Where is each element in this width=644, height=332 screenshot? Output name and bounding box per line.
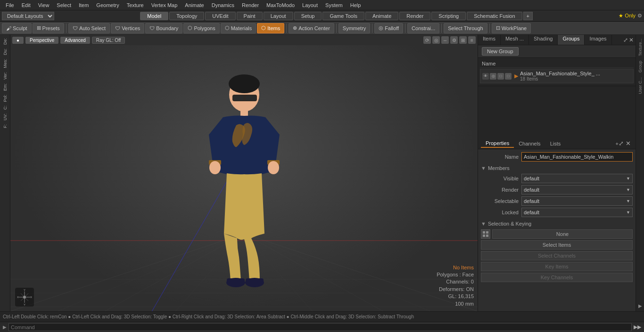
panel-tab-groups[interactable]: Groups (558, 35, 585, 45)
sidebar-item-mes[interactable]: Mes: (2, 57, 8, 70)
strip-item-user-c[interactable]: User C... (637, 75, 644, 96)
layout-tab-game-tools[interactable]: Game Tools (322, 12, 364, 20)
keying-grid-icon[interactable] (481, 229, 490, 239)
layout-tab-add[interactable]: + (523, 12, 533, 20)
viewport-icon-2[interactable]: ◎ (432, 36, 440, 44)
key-channels-button[interactable]: Key Channels (481, 273, 633, 282)
menu-layout[interactable]: Layout (298, 1, 322, 9)
sidebar-item-c[interactable]: C: (2, 104, 8, 111)
select-through-btn[interactable]: Select Through (444, 23, 487, 33)
vertices-btn[interactable]: 🛡 Vertices (111, 23, 144, 33)
layout-tab-animate[interactable]: Animate (365, 12, 398, 20)
layout-dropdown[interactable]: Default Layouts (2, 12, 54, 20)
prop-tab-lists[interactable]: Lists (545, 140, 566, 147)
layout-tab-model[interactable]: Model (140, 12, 168, 20)
symmetry-btn[interactable]: Symmetry (339, 23, 371, 33)
layout-tab-schematic-fusion[interactable]: Schematic Fusion (467, 12, 522, 20)
viewport-icon-3[interactable]: ↔ (441, 36, 449, 44)
panel-expand-icon[interactable]: ⤢ (623, 37, 628, 43)
menu-select[interactable]: Select (53, 1, 75, 9)
settings-icon[interactable]: ⚙ (637, 13, 642, 19)
action-center-label: Action Center (298, 25, 330, 31)
key-items-button[interactable]: Key Items (481, 262, 633, 271)
sidebar-item-uv[interactable]: UV: (2, 112, 8, 122)
viewport[interactable]: ● Perspective Advanced Ray GL: Off ⟳ ◎ ↔… (10, 35, 478, 311)
viewport-icon-5[interactable]: ⊞ (459, 36, 467, 44)
locked-select[interactable]: default ▼ (521, 208, 633, 217)
new-group-button[interactable]: New Group (482, 47, 519, 56)
select-channels-button[interactable]: Select Channels (481, 251, 633, 260)
menu-vertex-map[interactable]: Vertex Map (148, 1, 182, 9)
command-right-arrow[interactable]: ▶▶ (634, 324, 641, 330)
layout-tab-paint[interactable]: Paint (237, 12, 263, 20)
menu-system[interactable]: System (322, 1, 347, 9)
render-icon[interactable]: ◎ (490, 73, 496, 80)
menu-dynamics[interactable]: Dynamics (208, 1, 238, 9)
sculpt-btn[interactable]: 🖌 Sculpt (2, 23, 32, 33)
menu-maxtomodo[interactable]: MaxToModo (263, 1, 298, 9)
render-select[interactable]: default ▼ (521, 185, 633, 194)
presets-btn[interactable]: ⊞ Presets (33, 23, 64, 33)
menu-view[interactable]: View (34, 1, 53, 9)
strip-item-group[interactable]: Group (637, 59, 644, 74)
sidebar-item-de[interactable]: De: (2, 37, 8, 46)
items-btn[interactable]: ⬡ Items (257, 23, 284, 33)
viewport-icon-1[interactable]: ⟳ (423, 36, 431, 44)
strip-bottom-arrow[interactable]: ▶ (638, 303, 642, 311)
visible-select[interactable]: default ▼ (521, 174, 633, 183)
menu-geometry[interactable]: Geometry (92, 1, 123, 9)
deformers-status: Deformers: ON (437, 286, 474, 293)
falloff-btn[interactable]: ◎ Falloff (374, 23, 403, 33)
constraints-btn[interactable]: Constrai... (407, 23, 439, 33)
layout-tab-topology[interactable]: Topology (169, 12, 204, 20)
viewport-advanced-btn[interactable]: Advanced (60, 37, 90, 44)
menu-item[interactable]: Item (75, 1, 92, 9)
select-icon[interactable]: □ (505, 73, 512, 80)
strip-item-texture[interactable]: Texture... (637, 37, 644, 58)
sidebar-item-f[interactable]: F: (2, 123, 8, 130)
panel-close-icon[interactable]: ✕ (629, 37, 634, 43)
sidebar-item-em[interactable]: Em: (2, 82, 8, 92)
boundary-btn[interactable]: 🛡 Boundary (145, 23, 182, 33)
menu-render[interactable]: Render (238, 1, 263, 9)
sidebar-item-pol[interactable]: Pol: (2, 93, 8, 104)
menu-file[interactable]: File (2, 1, 18, 9)
layout-tab-setup[interactable]: Setup (294, 12, 322, 20)
none-button[interactable]: None (492, 229, 633, 239)
group-item-1[interactable]: 👁 ◎ □ □ ▶ Asian_Man_Fashionable_Style_ .… (480, 69, 634, 83)
sidebar-item-ver[interactable]: Ver: (2, 71, 8, 81)
sidebar-item-du[interactable]: Du: (2, 47, 8, 57)
viewport-perspective-btn[interactable]: Perspective (25, 37, 58, 44)
viewport-icon-6[interactable]: ≡ (468, 36, 476, 44)
panel-tab-shading[interactable]: Shading (529, 35, 558, 45)
panel-tab-items[interactable]: Items (478, 35, 501, 45)
prop-tab-properties[interactable]: Properties (481, 139, 514, 148)
menu-edit[interactable]: Edit (18, 1, 34, 9)
auto-select-btn[interactable]: 🛡 Auto Select (68, 23, 110, 33)
select-items-button[interactable]: Select Items (481, 240, 633, 250)
character-area[interactable]: No Items Polygons : Face Channels: 0 Def… (10, 45, 478, 311)
viewport-icon-4[interactable]: ⚙ (450, 36, 458, 44)
workplane-btn[interactable]: ⊡ WorkPlane (492, 23, 531, 33)
lock-icon[interactable]: □ (497, 73, 504, 80)
name-input[interactable] (521, 152, 633, 162)
layout-tab-render[interactable]: Render (399, 12, 430, 20)
prop-tab-channels[interactable]: Channels (514, 140, 545, 147)
command-input[interactable] (8, 323, 632, 331)
action-center-btn[interactable]: ⊕ Action Center (289, 23, 334, 33)
polygons-btn[interactable]: ⬡ Polygons (183, 23, 219, 33)
panel-tab-mesh[interactable]: Mesh ... (501, 35, 529, 45)
layout-tab-layout[interactable]: Layout (264, 12, 293, 20)
menu-help[interactable]: Help (347, 1, 365, 9)
viewport-raygl-btn[interactable]: Ray GL: Off (92, 37, 125, 44)
visibility-icon[interactable]: 👁 (482, 73, 489, 80)
menu-texture[interactable]: Texture (123, 1, 148, 9)
materials-btn[interactable]: ⬡ Materials (221, 23, 256, 33)
prop-close-icon[interactable]: ✕ (626, 140, 631, 147)
prop-expand-icon[interactable]: ⤢ (619, 140, 624, 147)
layout-tab-scripting[interactable]: Scripting (431, 12, 466, 20)
selectable-select[interactable]: default ▼ (521, 196, 633, 206)
menu-animate[interactable]: Animate (181, 1, 207, 9)
panel-tab-images[interactable]: Images (585, 35, 611, 45)
layout-tab-uvedit[interactable]: UVEdit (205, 12, 235, 20)
